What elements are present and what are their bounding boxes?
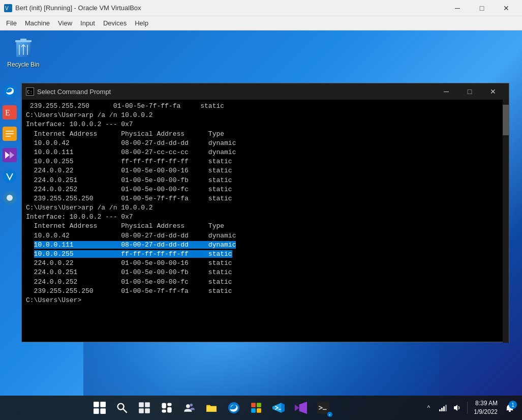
svg-rect-43	[317, 402, 329, 414]
sidebar-app-notes[interactable]	[0, 124, 19, 143]
cmd-icon: C:	[26, 87, 34, 96]
svg-text:C:: C:	[27, 89, 33, 95]
vbox-minimize-button[interactable]: ─	[446, 0, 469, 16]
tray-chevron[interactable]: ^	[422, 402, 435, 414]
cmd-line: 10.0.0.111 08-00-27-cc-cc-cc dynamic	[26, 148, 505, 157]
svg-rect-33	[162, 410, 166, 413]
taskbar-task-view-button[interactable]	[134, 398, 155, 418]
taskbar-start-button[interactable]	[89, 398, 110, 418]
svg-rect-34	[167, 407, 171, 413]
cmd-title: Select Command Prompt	[37, 88, 435, 96]
svg-point-8	[3, 84, 16, 98]
cmd-content[interactable]: 239.255.255.250 01-00-5e-7f-ff-fa static…	[22, 100, 509, 342]
cmd-line: Internet Address Physical Address Type	[26, 130, 505, 139]
svg-point-36	[190, 404, 192, 406]
cmd-line: Internet Address Physical Address Type	[26, 222, 505, 231]
menu-help[interactable]: Help	[131, 18, 152, 28]
menu-view[interactable]: View	[54, 18, 76, 28]
cmd-line: Interface: 10.0.0.2 --- 0x7	[26, 120, 505, 129]
svg-rect-40	[251, 408, 256, 413]
svg-point-25	[117, 404, 124, 410]
sidebar-apps: E	[0, 81, 21, 207]
svg-rect-24	[100, 408, 106, 414]
sidebar-app-windev[interactable]	[0, 167, 19, 186]
virtualbox-controls: ─ □ ✕	[446, 0, 518, 16]
svg-rect-4	[20, 39, 26, 41]
svg-point-35	[186, 404, 190, 408]
taskbar-teams-button[interactable]	[179, 398, 199, 418]
tray-network-icon[interactable]	[437, 402, 449, 414]
svg-rect-12	[6, 131, 14, 132]
tray-speaker-icon[interactable]	[451, 402, 463, 414]
svg-rect-28	[145, 402, 150, 407]
cmd-line: C:\Users\User>	[26, 296, 505, 305]
svg-point-16	[3, 170, 16, 183]
notification-button[interactable]: 1	[502, 398, 518, 418]
taskbar-terminal-button[interactable]: •	[313, 398, 333, 418]
svg-rect-41	[257, 408, 261, 413]
cmd-scrollbar-thumb[interactable]	[503, 105, 509, 135]
taskbar-visual-studio-button[interactable]	[291, 398, 311, 418]
svg-line-26	[123, 409, 127, 412]
virtualbox-window: V Bert (init) [Running] - Oracle VM Virt…	[0, 0, 522, 31]
cmd-minimize-button[interactable]: ─	[435, 83, 458, 100]
taskbar: • ^ 8:39 AM	[0, 396, 522, 420]
taskbar-widgets-button[interactable]	[157, 398, 177, 418]
svg-rect-13	[6, 133, 14, 134]
virtualbox-titlebar: V Bert (init) [Running] - Oracle VM Virt…	[0, 0, 522, 16]
sidebar-app-misc[interactable]	[0, 188, 19, 207]
virtualbox-title: Bert (init) [Running] - Oracle VM Virtua…	[15, 4, 446, 12]
system-tray: ^ 8:39 AM 1/9/2022	[422, 398, 522, 418]
taskbar-vscode-button[interactable]	[268, 398, 289, 418]
cmd-line: 10.0.0.42 08-00-27-dd-dd-dd dynamic	[26, 139, 505, 148]
cmd-line: C:\Users\User>arp /a /n 10.0.0.2	[26, 111, 505, 120]
cmd-line: 239.255.255.250 01-00-5e-7f-ff-fa static	[26, 194, 505, 203]
svg-rect-32	[167, 403, 171, 406]
virtualbox-menubar: File Machine View Input Devices Help	[0, 16, 522, 29]
svg-rect-27	[139, 402, 144, 407]
clock-time: 8:39 AM	[474, 399, 498, 408]
menu-input[interactable]: Input	[76, 18, 99, 28]
svg-rect-29	[139, 408, 144, 413]
cmd-line: 10.0.0.255 ff-ff-ff-ff-ff-ff static	[26, 250, 505, 259]
svg-rect-49	[509, 410, 511, 412]
vbox-close-button[interactable]: ✕	[495, 0, 518, 16]
taskbar-search-button[interactable]	[112, 398, 132, 418]
cmd-line: 239.255.255.250 01-00-5e-7f-ff-fa static	[26, 102, 505, 111]
cmd-maximize-button[interactable]: □	[458, 83, 481, 100]
cmd-line: 224.0.0.22 01-00-5e-00-00-16 static	[26, 166, 505, 175]
notification-count-badge: 1	[509, 401, 517, 409]
recycle-bin-desktop-icon[interactable]: Recycle Bin	[3, 33, 44, 70]
recycle-bin-icon	[11, 35, 36, 59]
cmd-line: 224.0.0.251 01-00-5e-00-00-fb static	[26, 176, 505, 185]
sidebar-app-vs[interactable]	[0, 145, 19, 165]
svg-rect-47	[443, 406, 445, 411]
cmd-close-button[interactable]: ✕	[481, 83, 505, 100]
recycle-bin-label: Recycle Bin	[7, 61, 39, 68]
cmd-line: 224.0.0.252 01-00-5e-00-00-fc static	[26, 185, 505, 194]
svg-rect-38	[251, 403, 256, 407]
sidebar-app-editor[interactable]: E	[0, 103, 19, 122]
clock-display[interactable]: 8:39 AM 1/9/2022	[472, 399, 500, 416]
cmd-window: C: Select Command Prompt ─ □ ✕ 239.255.2…	[21, 83, 509, 342]
menu-file[interactable]: File	[2, 18, 21, 28]
vbox-maximize-button[interactable]: □	[470, 0, 494, 16]
cmd-line: Interface: 10.0.0.2 --- 0x7	[26, 213, 505, 222]
cmd-line: 10.0.0.111 08-00-27-dd-dd-dd dynamic	[26, 241, 505, 250]
virtualbox-icon: V	[4, 4, 12, 12]
cmd-line: C:\Users\User>arp /a /n 10.0.0.2	[26, 203, 505, 213]
cmd-scrollbar[interactable]	[503, 100, 509, 343]
taskbar-file-explorer-button[interactable]	[201, 398, 222, 418]
sidebar-app-edge[interactable]	[0, 81, 19, 101]
svg-rect-22	[100, 402, 106, 407]
svg-rect-21	[94, 402, 99, 407]
taskbar-edge-button[interactable]	[224, 398, 244, 418]
tray-separator	[467, 402, 468, 414]
cmd-controls: ─ □ ✕	[435, 83, 505, 100]
cmd-line: 10.0.0.42 08-00-27-dd-dd-dd dynamic	[26, 231, 505, 241]
menu-devices[interactable]: Devices	[99, 18, 131, 28]
menu-machine[interactable]: Machine	[21, 18, 54, 28]
terminal-active-indicator: •	[327, 412, 332, 417]
svg-rect-46	[441, 408, 443, 411]
taskbar-store-button[interactable]	[246, 398, 266, 418]
